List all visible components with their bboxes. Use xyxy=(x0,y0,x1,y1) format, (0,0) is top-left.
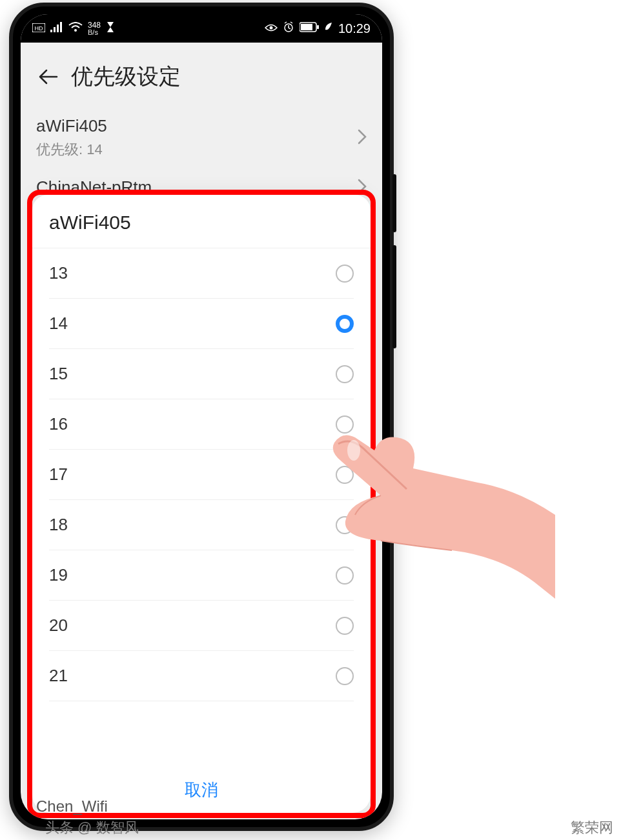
svg-rect-5 xyxy=(60,22,62,32)
option-label: 18 xyxy=(49,515,68,535)
priority-option[interactable]: 14 xyxy=(49,299,354,349)
battery-icon xyxy=(300,22,319,35)
option-label: 13 xyxy=(49,263,68,283)
wifi-name-peek: Chen_Wifi xyxy=(36,797,108,815)
wifi-icon xyxy=(68,22,83,35)
back-button[interactable] xyxy=(37,66,59,88)
radio-icon[interactable] xyxy=(336,365,354,383)
option-label: 21 xyxy=(49,666,68,686)
svg-point-12 xyxy=(347,440,360,461)
hd-icon: HD xyxy=(32,22,45,35)
svg-point-6 xyxy=(74,29,77,32)
pointing-hand-icon xyxy=(284,405,555,599)
radio-icon[interactable] xyxy=(336,315,354,333)
cancel-button[interactable]: 取消 xyxy=(185,779,218,801)
page-header: 优先级设定 xyxy=(21,43,382,107)
priority-option[interactable]: 13 xyxy=(49,248,354,299)
radio-icon[interactable] xyxy=(336,667,354,685)
leaf-icon xyxy=(324,22,333,35)
priority-option[interactable]: 20 xyxy=(49,601,354,651)
svg-rect-10 xyxy=(317,25,319,29)
priority-option[interactable]: 21 xyxy=(49,651,354,701)
wifi-priority: 优先级: 14 xyxy=(36,140,107,159)
svg-rect-3 xyxy=(54,27,56,32)
svg-rect-11 xyxy=(301,24,312,30)
eye-icon xyxy=(265,22,278,35)
radio-icon[interactable] xyxy=(336,265,354,283)
svg-rect-2 xyxy=(50,30,52,32)
wifi-name: aWiFi405 xyxy=(36,116,107,136)
option-label: 19 xyxy=(49,565,68,585)
status-bar: HD 348 B/s xyxy=(21,14,382,43)
watermark-right: 繁荣网 xyxy=(571,818,613,837)
hourglass-icon xyxy=(106,21,115,36)
svg-point-7 xyxy=(269,26,272,29)
list-item[interactable]: aWiFi405 优先级: 14 xyxy=(36,107,367,168)
priority-option[interactable]: 15 xyxy=(49,349,354,399)
option-label: 16 xyxy=(49,414,68,434)
side-button xyxy=(392,174,396,232)
page-title: 优先级设定 xyxy=(71,62,181,92)
signal-icon xyxy=(50,22,63,35)
chevron-right-icon xyxy=(358,129,367,147)
svg-rect-4 xyxy=(57,25,59,32)
watermark-left: 头条 @ 数智风 xyxy=(45,818,139,837)
option-label: 20 xyxy=(49,615,68,635)
option-label: 17 xyxy=(49,465,68,485)
radio-icon[interactable] xyxy=(336,617,354,635)
dialog-title: aWiFi405 xyxy=(32,195,371,248)
status-time: 10:29 xyxy=(338,21,371,36)
side-button xyxy=(392,245,396,348)
network-speed: 348 B/s xyxy=(88,21,101,36)
option-label: 15 xyxy=(49,364,68,384)
svg-text:HD: HD xyxy=(35,25,43,32)
chevron-right-icon xyxy=(358,179,367,197)
alarm-icon xyxy=(283,21,294,36)
option-label: 14 xyxy=(49,314,68,334)
wifi-list: aWiFi405 优先级: 14 ChinaNet-pRtm xyxy=(21,107,382,206)
